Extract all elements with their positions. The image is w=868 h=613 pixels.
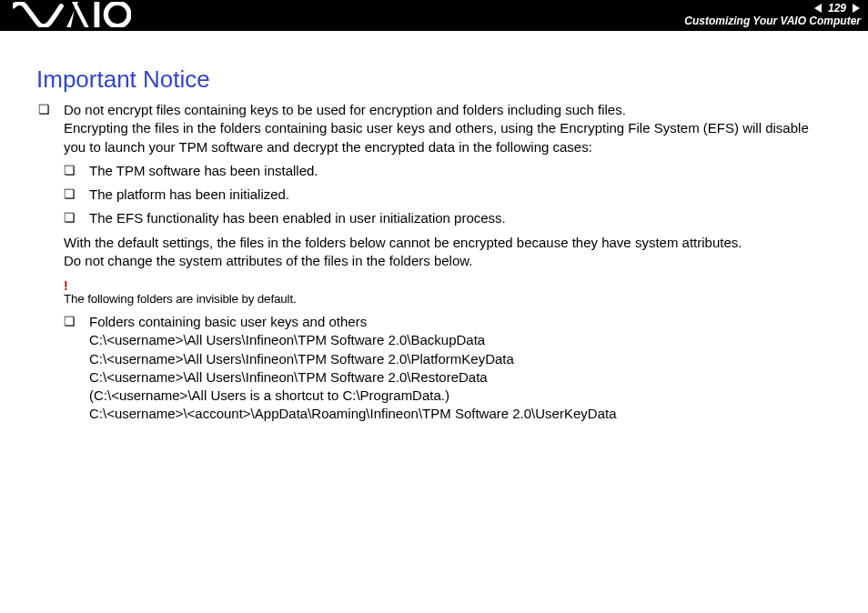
sub-item-text: The platform has been initialized. [89,186,289,202]
sub-item-text: The TPM software has been installed. [89,163,318,178]
folders-list: Folders containing basic user keys and o… [64,313,832,424]
svg-marker-0 [72,2,89,27]
para-text: With the default settings, the files in … [64,235,742,250]
warning-text: The following folders are invisible by d… [64,292,832,306]
path-text: C:\<username>\<account>\AppData\Roaming\… [89,405,832,423]
bullet-text: Encrypting the files in the folders cont… [64,120,809,154]
page-body: Important Notice Do not encrypt files co… [0,31,868,424]
path-text: C:\<username>\All Users\Infineon\TPM Sof… [89,331,832,349]
list-item: Folders containing basic user keys and o… [64,313,832,424]
list-item: Do not encrypt files containing keys to … [36,101,832,156]
list-item: The TPM software has been installed. [64,162,832,180]
path-text: (C:\<username>\All Users is a shortcut t… [89,387,832,405]
vaio-logo [13,2,131,27]
page-title: Important Notice [36,65,832,94]
page-number: 129 [827,2,847,15]
list-item: The platform has been initialized. [64,186,832,204]
svg-point-2 [106,3,129,26]
header-nav: 129 Customizing Your VAIO Computer [684,2,861,27]
list-item: The EFS functionality has been enabled i… [64,209,832,227]
sub-list: The TPM software has been installed. The… [64,162,832,228]
warning-icon: ! [64,279,832,292]
main-list: Do not encrypt files containing keys to … [36,101,832,156]
svg-rect-1 [95,2,100,27]
svg-marker-4 [853,4,860,13]
path-text: C:\<username>\All Users\Infineon\TPM Sof… [89,368,832,387]
prev-page-arrow-icon[interactable] [813,3,824,14]
paragraph: With the default settings, the files in … [64,234,832,271]
path-text: C:\<username>\All Users\Infineon\TPM Sof… [89,350,832,368]
para-text: Do not change the system attributes of t… [64,253,472,268]
svg-marker-3 [814,4,822,13]
header-bar: 129 Customizing Your VAIO Computer [0,0,868,31]
section-title: Customizing Your VAIO Computer [684,15,861,27]
sub-item-text: The EFS functionality has been enabled i… [89,210,506,226]
bullet-text: Do not encrypt files containing keys to … [64,102,626,117]
folders-intro: Folders containing basic user keys and o… [89,314,367,329]
next-page-arrow-icon[interactable] [850,3,861,14]
